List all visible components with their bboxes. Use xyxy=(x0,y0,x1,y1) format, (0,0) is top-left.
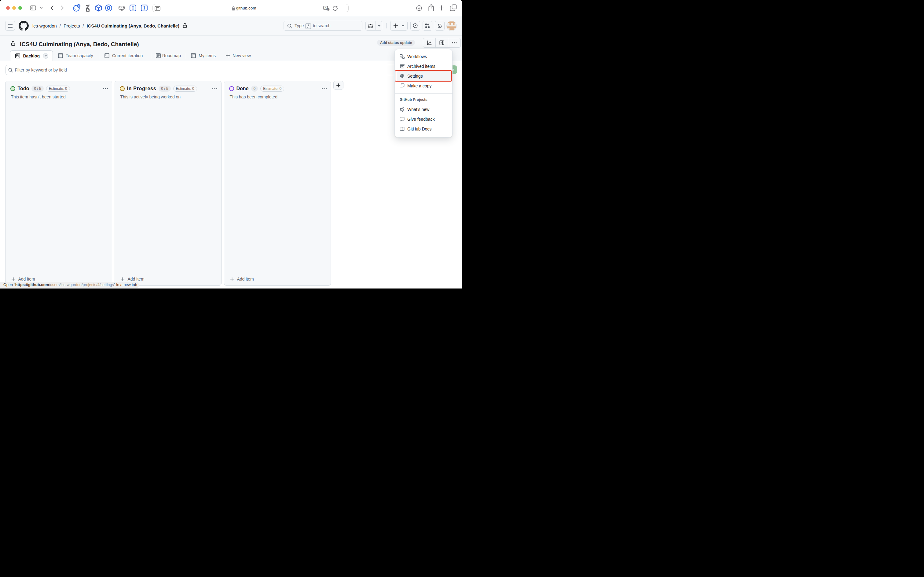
svg-text:I: I xyxy=(143,5,145,10)
svg-text:I: I xyxy=(132,5,134,10)
svg-text:A: A xyxy=(325,6,327,10)
svg-text:x: x xyxy=(327,8,328,10)
